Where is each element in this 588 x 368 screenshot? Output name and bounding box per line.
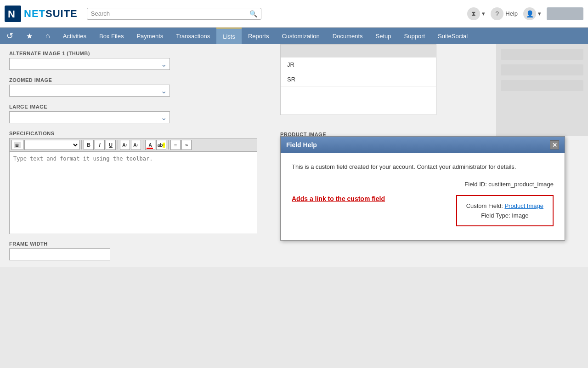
nav-transactions[interactable]: Transactions — [170, 28, 216, 44]
modal-title: Field Help — [286, 141, 317, 149]
highlight-btn[interactable]: ab· — [156, 140, 166, 150]
nav-home[interactable]: ⌂ — [39, 28, 57, 44]
recent-nav-icon: ↺ — [6, 31, 13, 41]
recent-items-btn[interactable]: ⧗ ▾ — [467, 7, 485, 20]
toolbar-divider-4 — [168, 140, 169, 150]
nav-customization[interactable]: Customization — [275, 28, 326, 44]
nav-support-label: Support — [404, 33, 425, 40]
toolbar-divider-3 — [143, 140, 143, 150]
dropdown-arrow-2: ⌄ — [161, 86, 167, 95]
svg-text:N: N — [8, 8, 15, 20]
nav-support[interactable]: Support — [398, 28, 432, 44]
font-size-up-btn[interactable]: A↑ — [120, 140, 130, 150]
modal-description: This is a custom field created for your … — [292, 162, 554, 172]
nav-customization-label: Customization — [282, 33, 319, 40]
nav-activities[interactable]: Activities — [57, 28, 93, 44]
italic-btn[interactable]: I — [95, 140, 105, 150]
search-input[interactable] — [91, 10, 249, 17]
modal-info-box: Custom Field: Product Image Field Type: … — [456, 195, 554, 226]
bold-btn[interactable]: B — [84, 140, 94, 150]
user-avatar — [547, 7, 583, 20]
sr-row: SR — [281, 72, 436, 87]
field-help-modal: Field Help ✕ This is a custom field crea… — [280, 136, 565, 241]
frame-width-field: FRAME WIDTH — [9, 241, 579, 260]
svg-text:⊞: ⊞ — [15, 143, 19, 148]
help-btn[interactable]: ? Help — [491, 7, 518, 20]
nav-documents[interactable]: Documents — [326, 28, 369, 44]
large-image-dropdown[interactable]: ⌄ — [9, 111, 170, 123]
main-content: ALTERNATE IMAGE 1 (THUMB) ⌄ JR SR — [0, 44, 588, 368]
nav-lists[interactable]: Lists — [216, 28, 242, 44]
nav-box-files[interactable]: Box Files — [93, 28, 130, 44]
alt-image-field: ALTERNATE IMAGE 1 (THUMB) ⌄ — [9, 51, 170, 70]
product-image-link[interactable]: Product Image — [504, 202, 543, 209]
user-arrow: ▾ — [538, 10, 541, 17]
logo[interactable]: N NETSUITE — [5, 6, 78, 22]
modal-custom-field-row: Custom Field: Product Image — [466, 202, 543, 209]
more-btn[interactable]: » — [181, 140, 192, 150]
font-style-select[interactable] — [24, 140, 79, 150]
modal-left-content: This is a custom field created for your … — [292, 162, 554, 226]
far-right-blur — [496, 44, 588, 136]
top-right-icons: ⧗ ▾ ? Help 👤 ▾ — [467, 7, 583, 20]
logo-text: NETSUITE — [24, 8, 78, 20]
favorites-icon: ★ — [26, 32, 33, 40]
recent-arrow: ▾ — [482, 10, 485, 17]
alt-image-label: ALTERNATE IMAGE 1 (THUMB) — [9, 51, 170, 56]
modal-field-type: Field Type: Image — [466, 212, 543, 219]
right-panel-empty — [281, 87, 436, 115]
search-icon[interactable]: 🔍 — [249, 10, 257, 17]
right-panel-blur-header — [281, 45, 436, 58]
nav-payments[interactable]: Payments — [130, 28, 170, 44]
align-btn[interactable]: ≡ — [170, 140, 181, 150]
nav-favorites[interactable]: ★ — [20, 28, 39, 44]
nav-activities-label: Activities — [63, 33, 86, 40]
modal-header: Field Help ✕ — [281, 137, 565, 153]
large-image-field: LARGE IMAGE ⌄ — [9, 104, 170, 123]
modal-close-btn[interactable]: ✕ — [550, 140, 559, 150]
user-icon: 👤 — [523, 7, 536, 20]
user-btn[interactable]: 👤 ▾ — [523, 7, 541, 20]
nav-suitesocial[interactable]: SuiteSocial — [431, 28, 474, 44]
modal-custom-link[interactable]: Adds a link to the custom field — [292, 195, 385, 202]
source-icon: ⊞ — [14, 142, 21, 148]
nav-transactions-label: Transactions — [176, 33, 210, 40]
recent-icon: ⧗ — [467, 7, 480, 20]
nav-setup-label: Setup — [376, 33, 391, 40]
alt-image-dropdown[interactable]: ⌄ — [9, 58, 170, 70]
home-icon: ⌂ — [45, 32, 50, 40]
nav-reports-label: Reports — [248, 33, 269, 40]
modal-body: This is a custom field created for your … — [281, 153, 565, 240]
nav-payments-label: Payments — [136, 33, 163, 40]
underline-btn[interactable]: U — [106, 140, 116, 150]
source-btn[interactable]: ⊞ — [11, 140, 23, 150]
help-icon: ? — [491, 7, 503, 20]
large-image-label: LARGE IMAGE — [9, 104, 170, 109]
nav-suitesocial-label: SuiteSocial — [438, 33, 468, 40]
right-panel: JR SR — [280, 44, 436, 115]
toolbar-divider-2 — [118, 140, 118, 150]
frame-width-input[interactable] — [9, 248, 110, 260]
nav-setup[interactable]: Setup — [369, 28, 398, 44]
nav-bar: ↺ ★ ⌂ Activities Box Files Payments Tran… — [0, 28, 588, 44]
nav-reports[interactable]: Reports — [242, 28, 276, 44]
search-bar[interactable]: 🔍 — [87, 8, 261, 20]
nav-documents-label: Documents — [333, 33, 363, 40]
jr-row: JR — [281, 58, 436, 72]
frame-width-label: FRAME WIDTH — [9, 241, 579, 247]
dropdown-arrow-3: ⌄ — [161, 113, 167, 122]
toolbar-divider-1 — [81, 140, 82, 150]
nav-recent[interactable]: ↺ — [0, 28, 20, 44]
zoomed-image-dropdown[interactable]: ⌄ — [9, 85, 170, 97]
logo-icon: N — [5, 6, 21, 22]
modal-field-id: Field ID: custitem_product_image — [464, 181, 554, 188]
nav-lists-label: Lists — [223, 33, 235, 40]
help-label: Help — [505, 10, 518, 17]
top-bar: N NETSUITE 🔍 ⧗ ▾ ? Help 👤 ▾ — [0, 0, 588, 28]
dropdown-arrow: ⌄ — [161, 60, 167, 69]
editor-toolbar: ⊞ B I U A↑ A↓ A ab· ≡ — [9, 138, 257, 151]
font-color-btn[interactable]: A — [145, 140, 155, 150]
specifications-editor[interactable] — [9, 151, 257, 234]
font-size-down-btn[interactable]: A↓ — [131, 140, 141, 150]
nav-box-files-label: Box Files — [99, 33, 124, 40]
